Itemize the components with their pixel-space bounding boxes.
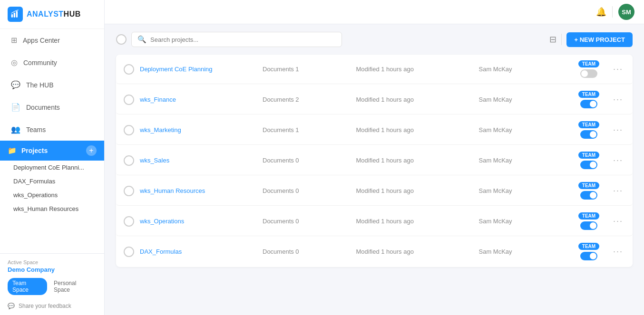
- nav-teams[interactable]: 👥 Teams: [0, 118, 104, 141]
- nav-documents[interactable]: 📄 Documents: [0, 96, 104, 118]
- project-name-6[interactable]: DAX_Formulas: [140, 248, 257, 255]
- more-options-button-1[interactable]: ···: [611, 95, 625, 105]
- select-all-checkbox[interactable]: [116, 34, 127, 45]
- project-name-2[interactable]: wks_Marketing: [140, 126, 257, 134]
- nav-the-hub[interactable]: 💬 The HUB: [0, 74, 104, 96]
- more-options-button-4[interactable]: ···: [611, 186, 625, 196]
- toggle-switch-3[interactable]: [580, 161, 597, 169]
- search-box: 🔍: [131, 32, 342, 47]
- project-name-0[interactable]: Deployment CoE Planning: [140, 66, 257, 73]
- sidebar-item-ops[interactable]: wks_Operations: [0, 188, 104, 202]
- filter-icon[interactable]: ⊟: [549, 34, 556, 45]
- more-options-button-2[interactable]: ···: [611, 125, 625, 135]
- main-content: 🔔 SM 🔍 ⊟ + NEW PROJECT Deployment CoE Pl…: [105, 0, 644, 315]
- row-checkbox-2[interactable]: [124, 125, 134, 135]
- feedback-link[interactable]: 💬 Share your feedback: [8, 300, 97, 309]
- team-space-tab[interactable]: Team Space: [8, 278, 47, 295]
- active-space-company: Demo Company: [8, 266, 97, 273]
- team-badge-2: TEAM: [578, 121, 599, 128]
- projects-folder-icon: 📁: [8, 146, 17, 155]
- doc-count-0: Documents 1: [263, 66, 351, 73]
- modified-time-0: Modified 1 hours ago: [356, 66, 473, 73]
- toggle-switch-4[interactable]: [580, 191, 597, 200]
- more-options-button-5[interactable]: ···: [611, 216, 625, 226]
- toggle-knob-4: [590, 192, 596, 199]
- project-name-3[interactable]: wks_Sales: [140, 157, 257, 164]
- owner-5: Sam McKay: [479, 218, 567, 225]
- modified-time-2: Modified 1 hours ago: [356, 126, 473, 134]
- toggle-switch-1[interactable]: [580, 100, 597, 108]
- notification-icon[interactable]: 🔔: [596, 7, 606, 17]
- modified-time-5: Modified 1 hours ago: [356, 218, 473, 225]
- table-row: wks_Operations Documents 0 Modified 1 ho…: [116, 207, 633, 236]
- toggle-knob-5: [590, 222, 596, 229]
- project-name-4[interactable]: wks_Human Resources: [140, 187, 257, 194]
- projects-table: Deployment CoE Planning Documents 1 Modi…: [116, 55, 633, 267]
- owner-2: Sam McKay: [479, 126, 567, 134]
- row-checkbox-4[interactable]: [124, 186, 134, 196]
- topbar-divider: [612, 6, 613, 18]
- toolbar-row: 🔍 ⊟ + NEW PROJECT: [116, 32, 633, 47]
- owner-4: Sam McKay: [479, 187, 567, 194]
- table-row: wks_Sales Documents 0 Modified 1 hours a…: [116, 146, 633, 175]
- nav-community[interactable]: ◎ Community: [0, 51, 104, 74]
- toggle-knob-6: [590, 253, 596, 259]
- row-checkbox-3[interactable]: [124, 155, 134, 166]
- doc-count-5: Documents 0: [263, 218, 351, 225]
- more-options-button-0[interactable]: ···: [611, 64, 625, 74]
- doc-count-4: Documents 0: [263, 187, 351, 194]
- table-row: wks_Finance Documents 2 Modified 1 hours…: [116, 85, 633, 115]
- search-icon: 🔍: [137, 35, 146, 44]
- table-row: wks_Human Resources Documents 0 Modified…: [116, 176, 633, 206]
- owner-1: Sam McKay: [479, 96, 567, 103]
- row-checkbox-5[interactable]: [124, 216, 134, 227]
- toggle-switch-0[interactable]: [580, 69, 597, 78]
- doc-count-2: Documents 1: [263, 126, 351, 134]
- team-toggle-area-2: TEAM: [572, 121, 605, 139]
- user-avatar[interactable]: SM: [618, 4, 634, 20]
- toggle-switch-6[interactable]: [580, 252, 597, 260]
- more-options-button-6[interactable]: ···: [611, 247, 625, 257]
- logo-icon: [8, 7, 23, 22]
- team-badge-4: TEAM: [578, 182, 599, 189]
- project-name-1[interactable]: wks_Finance: [140, 96, 257, 103]
- personal-space-tab[interactable]: Personal Space: [49, 278, 97, 295]
- table-row: DAX_Formulas Documents 0 Modified 1 hour…: [116, 237, 633, 266]
- sidebar-item-deployment[interactable]: Deployment CoE Planni...: [0, 161, 104, 174]
- team-toggle-area-5: TEAM: [572, 212, 605, 230]
- community-icon: ◎: [11, 58, 18, 67]
- toggle-switch-5[interactable]: [580, 221, 597, 230]
- search-input[interactable]: [150, 36, 336, 43]
- toggle-switch-2[interactable]: [580, 130, 597, 139]
- more-options-button-3[interactable]: ···: [611, 155, 625, 165]
- apps-center-icon: ⊞: [11, 36, 17, 45]
- teams-icon: 👥: [11, 125, 20, 134]
- modified-time-1: Modified 1 hours ago: [356, 96, 473, 103]
- project-name-5[interactable]: wks_Operations: [140, 218, 257, 225]
- toggle-knob-1: [590, 101, 596, 107]
- modified-time-3: Modified 1 hours ago: [356, 157, 473, 164]
- row-checkbox-1[interactable]: [124, 95, 134, 105]
- feedback-icon: 💬: [8, 303, 15, 309]
- logo-text: ANALYSTHUB: [27, 10, 81, 19]
- nav-apps-center[interactable]: ⊞ Apps Center: [0, 29, 104, 51]
- add-project-button[interactable]: +: [86, 145, 97, 156]
- sidebar-item-dax[interactable]: DAX_Formulas: [0, 174, 104, 188]
- team-toggle-area-0: TEAM: [572, 60, 605, 78]
- new-project-button[interactable]: + NEW PROJECT: [566, 32, 633, 47]
- team-badge-5: TEAM: [578, 212, 599, 220]
- topbar: 🔔 SM: [105, 0, 644, 24]
- team-badge-6: TEAM: [578, 243, 599, 250]
- team-toggle-area-4: TEAM: [572, 182, 605, 200]
- sidebar-bottom: Active Space Demo Company Team Space Per…: [0, 253, 104, 315]
- row-checkbox-0[interactable]: [124, 64, 134, 75]
- sidebar-item-hr[interactable]: wks_Human Resources: [0, 202, 104, 216]
- projects-header[interactable]: 📁 Projects +: [0, 141, 104, 161]
- sidebar: ANALYSTHUB ⊞ Apps Center ◎ Community 💬 T…: [0, 0, 105, 315]
- project-area: 🔍 ⊟ + NEW PROJECT Deployment CoE Plannin…: [105, 24, 644, 315]
- svg-rect-0: [11, 14, 13, 18]
- table-row: wks_Marketing Documents 1 Modified 1 hou…: [116, 115, 633, 145]
- team-toggle-area-3: TEAM: [572, 152, 605, 169]
- team-badge-3: TEAM: [578, 152, 599, 159]
- row-checkbox-6[interactable]: [124, 247, 134, 257]
